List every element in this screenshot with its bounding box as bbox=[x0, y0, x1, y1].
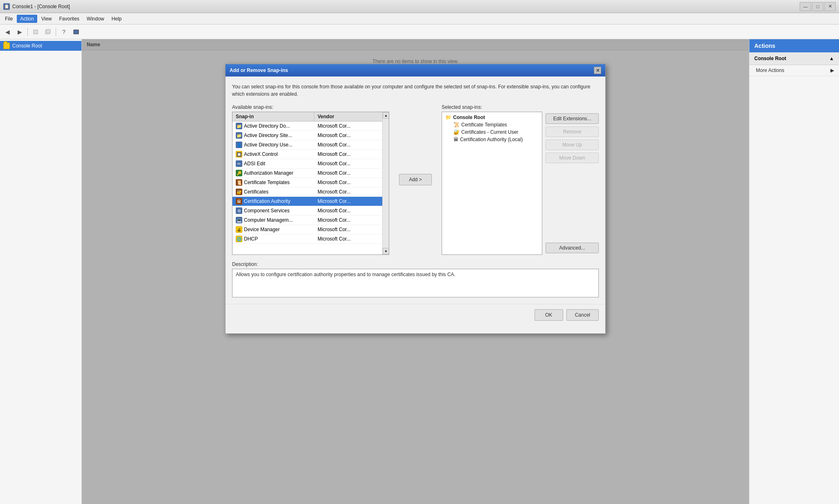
list-item[interactable]: 📁 Active Directory Do... Microsoft Cor..… bbox=[232, 122, 389, 131]
export-button[interactable] bbox=[42, 27, 54, 37]
add-button[interactable]: Add > bbox=[399, 174, 432, 185]
snapin-vendor: Microsoft Cor... bbox=[314, 216, 389, 224]
list-item[interactable]: 📁 Active Directory Site... Microsoft Cor… bbox=[232, 131, 389, 140]
folder-icon bbox=[3, 43, 10, 49]
add-button-area: Add > bbox=[396, 104, 435, 255]
actions-section-console-root[interactable]: Console Root ▲ bbox=[749, 52, 839, 65]
snapin-icon-compmgmt: 💻 bbox=[236, 217, 242, 223]
snapin-vendor: Microsoft Cor... bbox=[314, 131, 389, 140]
svg-rect-0 bbox=[34, 30, 38, 34]
modal-overlay: Add or Remove Snap-ins ✕ You can select … bbox=[82, 39, 749, 504]
menu-view[interactable]: View bbox=[38, 15, 55, 23]
snapin-vendor: Microsoft Cor... bbox=[314, 225, 389, 234]
actions-item-more-actions[interactable]: More Actions ▶ bbox=[749, 65, 839, 76]
console-button[interactable] bbox=[70, 27, 82, 37]
svg-rect-3 bbox=[74, 30, 79, 34]
tree-root-label: Console Root bbox=[453, 115, 485, 120]
list-scrollbar[interactable]: ▲ ▼ bbox=[382, 112, 389, 254]
back-button[interactable]: ◀ bbox=[2, 27, 13, 37]
list-item[interactable]: 🔲 ActiveX Control Microsoft Cor... bbox=[232, 150, 389, 159]
list-item[interactable]: 🌐 DHCP Microsoft Cor... bbox=[232, 234, 389, 244]
actions-section-collapse-icon: ▲ bbox=[829, 56, 834, 61]
snapin-name: 📁 Active Directory Site... bbox=[232, 131, 314, 140]
sidebar: Console Root bbox=[0, 39, 82, 504]
move-down-button[interactable]: Move Down bbox=[546, 153, 599, 163]
snapin-vendor: Microsoft Cor... bbox=[314, 141, 389, 149]
advanced-button[interactable]: Advanced... bbox=[546, 243, 599, 253]
snapin-icon-ad1: 📁 bbox=[236, 123, 242, 129]
snapin-name: 🏛 Certification Authority bbox=[232, 197, 314, 206]
snapin-icon-device: 🖨 bbox=[236, 226, 242, 233]
menu-bar: File Action View Favorites Window Help bbox=[0, 13, 839, 25]
content-area: Name There are no items to show in this … bbox=[82, 39, 749, 504]
scroll-down-arrow[interactable]: ▼ bbox=[383, 248, 389, 254]
tree-child-certs-user[interactable]: 🔐 Certificates - Current User bbox=[444, 128, 540, 136]
help-button[interactable]: ? bbox=[58, 27, 70, 37]
snapin-name: 💻 Computer Managem... bbox=[232, 216, 314, 225]
close-window-button[interactable]: ✕ bbox=[824, 2, 836, 11]
selected-panel-inner: 📁 Console Root 📜 Certificate Templates 🔐 bbox=[442, 112, 599, 255]
snapin-vendor: Microsoft Cor... bbox=[314, 207, 389, 215]
title-bar-controls: — □ ✕ bbox=[800, 2, 836, 11]
more-actions-label: More Actions bbox=[756, 68, 784, 73]
cancel-button[interactable]: Cancel bbox=[566, 309, 599, 321]
dialog-close-button[interactable]: ✕ bbox=[594, 67, 601, 74]
list-item[interactable]: ✏ ADSI Edit Microsoft Cor... bbox=[232, 159, 389, 169]
right-action-buttons: Edit Extensions... Remove Move Up Move D… bbox=[546, 112, 599, 255]
add-remove-snapins-dialog: Add or Remove Snap-ins ✕ You can select … bbox=[225, 64, 606, 334]
scroll-track[interactable] bbox=[383, 119, 389, 248]
title-bar: 📋 Console1 - [Console Root] — □ ✕ bbox=[0, 0, 839, 13]
menu-help[interactable]: Help bbox=[108, 15, 125, 23]
col-vendor: Vendor bbox=[314, 112, 389, 121]
move-up-button[interactable]: Move Up bbox=[546, 140, 599, 150]
available-snapins-list[interactable]: Snap-in Vendor 📁 Active Directory Do... bbox=[232, 112, 389, 255]
snapin-name: 📜 Certificate Templates bbox=[232, 178, 314, 187]
snapin-icon-ad2: 📁 bbox=[236, 132, 242, 139]
certauth-local-icon: 🏛 bbox=[453, 137, 458, 142]
menu-action[interactable]: Action bbox=[17, 15, 37, 23]
ok-button[interactable]: OK bbox=[535, 309, 563, 321]
scroll-up-arrow[interactable]: ▲ bbox=[383, 112, 389, 119]
list-header: Snap-in Vendor bbox=[232, 112, 389, 122]
list-item[interactable]: 💻 Computer Managem... Microsoft Cor... bbox=[232, 216, 389, 225]
toolbar: ◀ ▶ ? bbox=[0, 25, 839, 39]
menu-favorites[interactable]: Favorites bbox=[56, 15, 83, 23]
tree-child-cert-templates[interactable]: 📜 Certificate Templates bbox=[444, 121, 540, 128]
list-item-selected[interactable]: 🏛 Certification Authority Microsoft Cor.… bbox=[232, 197, 389, 206]
sidebar-item-console-root[interactable]: Console Root bbox=[0, 41, 81, 51]
folder-icon-root: 📁 bbox=[445, 115, 451, 120]
remove-button[interactable]: Remove bbox=[546, 126, 599, 137]
list-item[interactable]: 🖨 Device Manager Microsoft Cor... bbox=[232, 225, 389, 234]
certs-user-label: Certificates - Current User bbox=[461, 129, 518, 135]
menu-file[interactable]: File bbox=[2, 15, 16, 23]
minimize-button[interactable]: — bbox=[800, 2, 811, 11]
snapin-icon-comp: ⚙ bbox=[236, 207, 242, 214]
snapin-name: 🌐 DHCP bbox=[232, 234, 314, 243]
menu-window[interactable]: Window bbox=[83, 15, 108, 23]
edit-extensions-button[interactable]: Edit Extensions... bbox=[546, 113, 599, 124]
snapin-vendor: Microsoft Cor... bbox=[314, 197, 389, 205]
list-item[interactable]: 🔐 Certificates Microsoft Cor... bbox=[232, 187, 389, 197]
maximize-button[interactable]: □ bbox=[812, 2, 823, 11]
list-item[interactable]: 👤 Active Directory Use... Microsoft Cor.… bbox=[232, 140, 389, 150]
snapin-name: ✏ ADSI Edit bbox=[232, 159, 314, 168]
snapin-vendor: Microsoft Cor... bbox=[314, 122, 389, 130]
actions-panel: Actions Console Root ▲ More Actions ▶ bbox=[749, 39, 839, 504]
list-item[interactable]: 📜 Certificate Templates Microsoft Cor... bbox=[232, 178, 389, 187]
snapin-icon-cert-templates: 📜 bbox=[236, 179, 242, 186]
dialog-panels: Available snap-ins: Snap-in Vendor 📁 bbox=[232, 104, 599, 255]
list-item[interactable]: 🔑 Authorization Manager Microsoft Cor... bbox=[232, 169, 389, 178]
selected-snapins-tree[interactable]: 📁 Console Root 📜 Certificate Templates 🔐 bbox=[442, 112, 542, 255]
tree-child-certauth-local[interactable]: 🏛 Certification Authority (Local) bbox=[444, 136, 540, 143]
col-snapin: Snap-in bbox=[232, 112, 314, 121]
forward-button[interactable]: ▶ bbox=[14, 27, 25, 37]
list-item[interactable]: ⚙ Component Services Microsoft Cor... bbox=[232, 206, 389, 216]
snapin-vendor: Microsoft Cor... bbox=[314, 178, 389, 187]
snapin-vendor: Microsoft Cor... bbox=[314, 150, 389, 158]
sidebar-item-label: Console Root bbox=[12, 43, 42, 49]
up-button[interactable] bbox=[30, 27, 41, 37]
toolbar-separator-2 bbox=[56, 28, 56, 36]
tree-root[interactable]: 📁 Console Root bbox=[444, 114, 540, 121]
snapin-icon-ad3: 👤 bbox=[236, 142, 242, 148]
snapin-vendor: Microsoft Cor... bbox=[314, 235, 389, 243]
